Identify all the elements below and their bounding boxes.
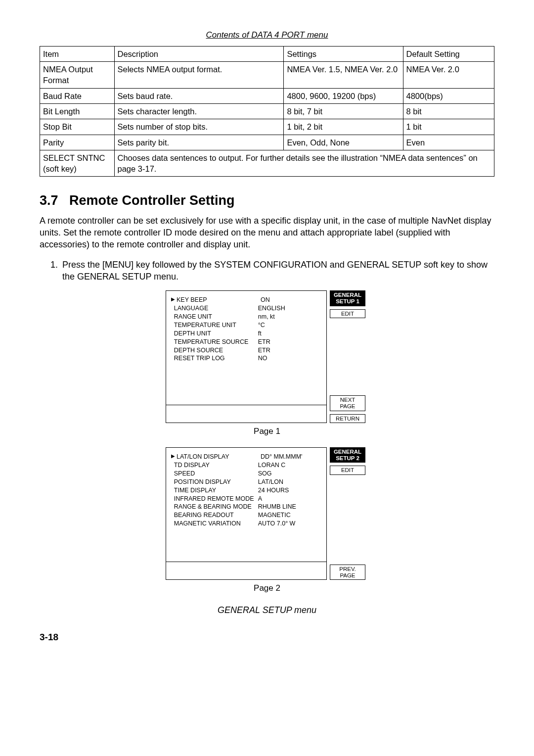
- th-desc: Description: [114, 46, 284, 61]
- menu-item-label: TIME DISPLAY: [174, 486, 258, 495]
- menu-item-label: RESET TRIP LOG: [174, 354, 258, 363]
- softkey-column: GENERAL SETUP 1 EDIT NEXTPAGE RETURN: [330, 290, 365, 423]
- cell-item: Baud Rate: [40, 88, 115, 103]
- page1-caption: Page 1: [40, 426, 494, 437]
- softkey-return[interactable]: RETURN: [330, 414, 365, 424]
- menu-item-label: DEPTH UNIT: [174, 330, 258, 338]
- menu-item-value: SOG: [258, 470, 321, 478]
- status-bar: [166, 405, 327, 423]
- menu-item-label: RANGE & BEARING MODE: [174, 503, 258, 511]
- menu-item-value: RHUMB LINE: [258, 503, 321, 511]
- menu-item-label: TEMPERATURE SOURCE: [174, 338, 258, 346]
- table-row: NMEA Output Format Selects NMEA output f…: [40, 62, 494, 89]
- data4-port-table: Item Description Settings Default Settin…: [40, 46, 494, 177]
- status-bar: [166, 562, 327, 580]
- cell-item: Bit Length: [40, 104, 115, 119]
- menu-item-label: MAGNETIC VARIATION: [174, 520, 258, 528]
- softkey-edit[interactable]: EDIT: [330, 309, 365, 319]
- cell-item: Parity: [40, 135, 115, 150]
- menu-item-label: INFRARED REMOTE MODE: [174, 495, 258, 503]
- cell-default: Even: [403, 135, 494, 150]
- softkey-column: GENERAL SETUP 2 EDIT PREV.PAGE: [330, 447, 365, 580]
- cell-settings: Even, Odd, None: [284, 135, 403, 150]
- steps-list: Press the [MENU] key followed by the SYS…: [40, 259, 494, 283]
- menu-item-value: ft: [258, 330, 321, 338]
- table-row: Bit Length Sets character length. 8 bit,…: [40, 104, 494, 119]
- cell-default: 8 bit: [403, 104, 494, 119]
- table-header-row: Item Description Settings Default Settin…: [40, 46, 494, 61]
- cell-item: Stop Bit: [40, 119, 115, 135]
- cell-desc: Sets baud rate.: [114, 88, 284, 103]
- menu-item-value: MAGNETIC: [258, 511, 321, 520]
- menu-item-value: DD° MM.MMM': [261, 453, 321, 461]
- menu-item-value: °C: [258, 321, 321, 330]
- cell-settings: 1 bit, 2 bit: [284, 119, 403, 135]
- menu-item-value: NO: [258, 354, 321, 363]
- menu-main-panel: ▶LAT/LON DISPLAYDD° MM.MMM' TD DISPLAYLO…: [166, 447, 327, 562]
- table-row: SELECT SNTNC (soft key) Chooses data sen…: [40, 150, 494, 177]
- menu-item-label: KEY BEEP: [177, 296, 261, 304]
- menu-item-label: TEMPERATURE UNIT: [174, 321, 258, 330]
- cell-item: SELECT SNTNC (soft key): [40, 150, 115, 177]
- softkey-title: GENERAL SETUP 1: [330, 290, 365, 306]
- th-settings: Settings: [284, 46, 403, 61]
- menu-item-value: AUTO 7.0° W: [258, 520, 321, 528]
- cell-desc: Sets parity bit.: [114, 135, 284, 150]
- softkey-edit[interactable]: EDIT: [330, 466, 365, 475]
- softkey-next-page[interactable]: NEXTPAGE: [330, 395, 365, 411]
- selector-triangle-icon: ▶: [171, 296, 177, 304]
- menu-item-value: ENGLISH: [258, 304, 321, 313]
- th-item: Item: [40, 46, 115, 61]
- menu-item-label: BEARING READOUT: [174, 511, 258, 520]
- menu-item-value: ON: [261, 296, 321, 304]
- table-caption: Contents of DATA 4 PORT menu: [40, 30, 494, 41]
- cell-settings: NMEA Ver. 1.5, NMEA Ver. 2.0: [284, 62, 403, 89]
- menu-item-value: ETR: [258, 346, 321, 355]
- menu-item-value: nm, kt: [258, 313, 321, 321]
- menu-item-label: LAT/LON DISPLAY: [177, 453, 261, 461]
- menu-main-panel: ▶KEY BEEPON LANGUAGEENGLISH RANGE UNITnm…: [166, 290, 327, 405]
- cell-default: NMEA Ver. 2.0: [403, 62, 494, 89]
- softkey-prev-page[interactable]: PREV.PAGE: [330, 565, 365, 580]
- menu-item-value: ETR: [258, 338, 321, 346]
- general-setup-page2: ▶LAT/LON DISPLAYDD° MM.MMM' TD DISPLAYLO…: [166, 447, 368, 580]
- table-row: Parity Sets parity bit. Even, Odd, None …: [40, 135, 494, 150]
- menu-item-value: A: [258, 495, 321, 503]
- menu-item-value: 24 HOURS: [258, 486, 321, 495]
- cell-item: NMEA Output Format: [40, 62, 115, 89]
- cell-desc-span: Chooses data sentences to output. For fu…: [114, 150, 494, 177]
- menu-item-label: DEPTH SOURCE: [174, 346, 258, 355]
- menu-item-label: POSITION DISPLAY: [174, 478, 258, 486]
- page2-caption: Page 2: [40, 583, 494, 594]
- cell-desc: Sets number of stop bits.: [114, 119, 284, 135]
- softkey-title: GENERAL SETUP 2: [330, 447, 365, 463]
- menu-item-label: TD DISPLAY: [174, 461, 258, 470]
- menu-item-label: LANGUAGE: [174, 304, 258, 313]
- figure-caption: GENERAL SETUP menu: [40, 604, 494, 616]
- cell-desc: Selects NMEA output format.: [114, 62, 284, 89]
- section-title-text: Remote Controller Setting: [69, 193, 235, 208]
- cell-default: 1 bit: [403, 119, 494, 135]
- menu-item-label: SPEED: [174, 470, 258, 478]
- cell-desc: Sets character length.: [114, 104, 284, 119]
- intro-paragraph: A remote controller can be set exclusive…: [40, 215, 494, 251]
- cell-settings: 8 bit, 7 bit: [284, 104, 403, 119]
- table-row: Stop Bit Sets number of stop bits. 1 bit…: [40, 119, 494, 135]
- cell-default: 4800(bps): [403, 88, 494, 103]
- menu-item-value: LORAN C: [258, 461, 321, 470]
- th-default: Default Setting: [403, 46, 494, 61]
- page-number: 3-18: [40, 631, 494, 644]
- menu-item-label: RANGE UNIT: [174, 313, 258, 321]
- section-heading: 3.7Remote Controller Setting: [40, 191, 494, 209]
- table-row: Baud Rate Sets baud rate. 4800, 9600, 19…: [40, 88, 494, 103]
- cell-settings: 4800, 9600, 19200 (bps): [284, 88, 403, 103]
- general-setup-page1: ▶KEY BEEPON LANGUAGEENGLISH RANGE UNITnm…: [166, 290, 368, 423]
- section-number: 3.7: [40, 191, 69, 209]
- menu-item-value: LAT/LON: [258, 478, 321, 486]
- step-1: Press the [MENU] key followed by the SYS…: [60, 259, 494, 283]
- selector-triangle-icon: ▶: [171, 453, 177, 461]
